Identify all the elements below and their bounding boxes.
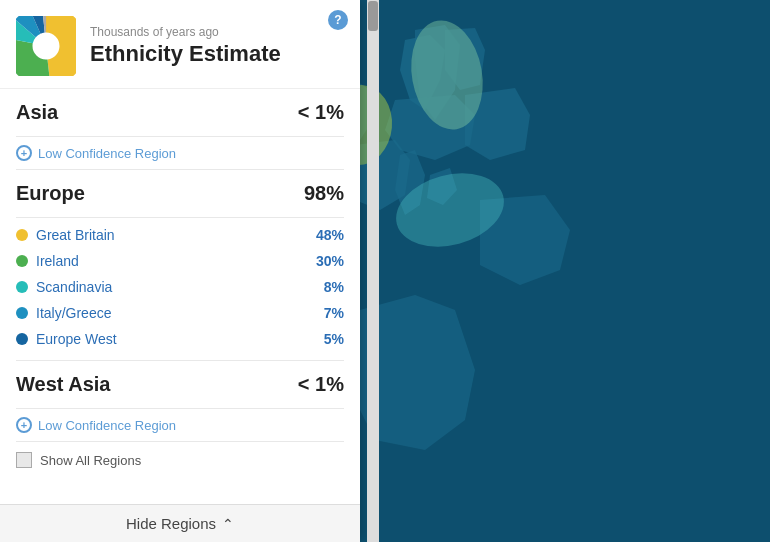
- low-confidence-label-west-asia: Low Confidence Region: [38, 418, 176, 433]
- sub-item-italy-greece: Italy/Greece 7%: [16, 300, 344, 326]
- scrollbar-thumb[interactable]: [368, 1, 378, 31]
- show-all-checkbox[interactable]: [16, 452, 32, 468]
- svg-point-10: [34, 34, 58, 58]
- low-confidence-label-asia: Low Confidence Region: [38, 146, 176, 161]
- dot-ireland: [16, 255, 28, 267]
- region-pct-europe: 98%: [304, 182, 344, 205]
- low-confidence-icon-asia: +: [16, 145, 32, 161]
- show-all-label: Show All Regions: [40, 453, 141, 468]
- region-row-asia: Asia < 1%: [16, 89, 344, 137]
- panel-footer: Hide Regions ⌃: [0, 504, 360, 542]
- sub-item-name-europe-west[interactable]: Europe West: [36, 331, 117, 347]
- low-confidence-asia[interactable]: + Low Confidence Region: [16, 137, 344, 170]
- sub-item-name-scandinavia[interactable]: Scandinavia: [36, 279, 112, 295]
- europe-sub-items: Great Britain 48% Ireland 30% Scandinavi…: [16, 218, 344, 361]
- sub-item-name-great-britain[interactable]: Great Britain: [36, 227, 115, 243]
- region-name-west-asia: West Asia: [16, 373, 110, 396]
- panel-body: Asia < 1% + Low Confidence Region Europe…: [0, 89, 360, 504]
- sub-item-name-ireland[interactable]: Ireland: [36, 253, 79, 269]
- sub-item-pct-europe-west: 5%: [324, 331, 344, 347]
- show-all-row: Show All Regions: [16, 442, 344, 476]
- low-confidence-icon-west-asia: +: [16, 417, 32, 433]
- header-title: Ethnicity Estimate: [90, 41, 281, 67]
- panel-header: Thousands of years ago Ethnicity Estimat…: [0, 0, 360, 89]
- sub-item-pct-ireland: 30%: [316, 253, 344, 269]
- panel: Thousands of years ago Ethnicity Estimat…: [0, 0, 360, 542]
- sub-item-europe-west: Europe West 5%: [16, 326, 344, 352]
- region-name-europe: Europe: [16, 182, 85, 205]
- hide-regions-button[interactable]: Hide Regions ⌃: [126, 515, 234, 532]
- pie-chart: [16, 16, 76, 76]
- dot-italy-greece: [16, 307, 28, 319]
- sub-item-pct-scandinavia: 8%: [324, 279, 344, 295]
- sub-item-pct-italy-greece: 7%: [324, 305, 344, 321]
- dot-europe-west: [16, 333, 28, 345]
- hide-regions-label: Hide Regions: [126, 515, 216, 532]
- scrollbar[interactable]: [367, 0, 379, 542]
- low-confidence-west-asia[interactable]: + Low Confidence Region: [16, 409, 344, 442]
- header-subtitle: Thousands of years ago: [90, 25, 281, 39]
- region-row-west-asia: West Asia < 1%: [16, 361, 344, 409]
- region-name-asia: Asia: [16, 101, 58, 124]
- sub-item-ireland: Ireland 30%: [16, 248, 344, 274]
- dot-great-britain: [16, 229, 28, 241]
- chevron-up-icon: ⌃: [222, 516, 234, 532]
- sub-item-pct-great-britain: 48%: [316, 227, 344, 243]
- header-text: Thousands of years ago Ethnicity Estimat…: [90, 25, 281, 67]
- region-pct-west-asia: < 1%: [298, 373, 344, 396]
- help-icon[interactable]: ?: [328, 10, 348, 30]
- sub-item-name-italy-greece[interactable]: Italy/Greece: [36, 305, 111, 321]
- region-pct-asia: < 1%: [298, 101, 344, 124]
- dot-scandinavia: [16, 281, 28, 293]
- sub-item-great-britain: Great Britain 48%: [16, 222, 344, 248]
- sub-item-scandinavia: Scandinavia 8%: [16, 274, 344, 300]
- region-row-europe: Europe 98%: [16, 170, 344, 218]
